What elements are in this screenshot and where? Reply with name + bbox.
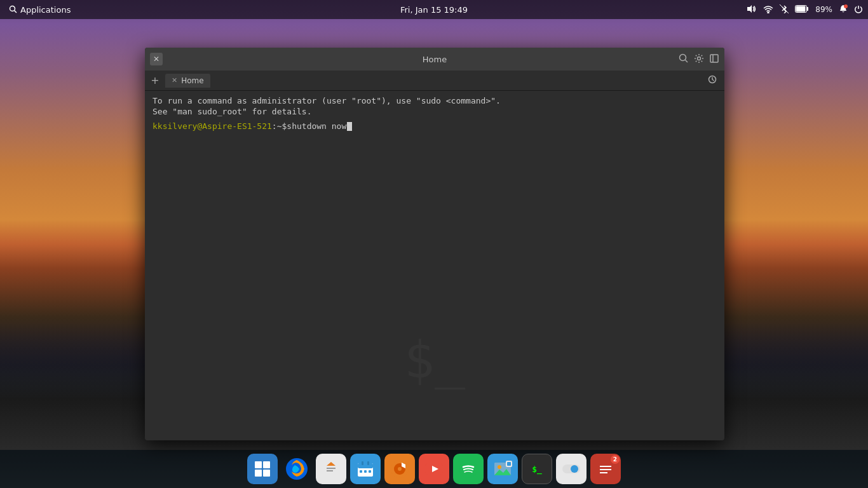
settings-icon	[562, 459, 581, 478]
svg-marker-2	[747, 5, 752, 13]
terminal-close-button[interactable]: ✕	[150, 53, 163, 65]
dock-item-photos[interactable]	[487, 454, 518, 484]
terminal-watermark: $_	[404, 330, 465, 390]
power-icon[interactable]	[854, 4, 863, 15]
dock-item-youtube[interactable]	[419, 454, 449, 484]
calendar-icon	[356, 459, 375, 478]
svg-rect-46	[600, 466, 611, 467]
svg-rect-25	[358, 463, 373, 468]
svg-rect-28	[360, 470, 362, 473]
desktop: Applications Fri, Jan 15 19:49	[0, 0, 868, 488]
tab-close-button[interactable]: ✕	[172, 76, 177, 85]
svg-rect-42	[507, 462, 511, 466]
prompt-separator: :~$	[272, 121, 287, 131]
panel-left: Applications	[5, 4, 74, 16]
terminal-maximize-icon[interactable]	[709, 53, 719, 65]
top-panel: Applications Fri, Jan 15 19:49	[0, 0, 868, 19]
taskbar: $_ 2	[0, 450, 868, 488]
svg-rect-12	[710, 55, 718, 62]
svg-point-8	[844, 4, 848, 8]
svg-rect-47	[600, 469, 611, 470]
svg-line-1	[15, 11, 17, 13]
dock-item-calendar[interactable]	[350, 454, 381, 484]
svg-rect-6	[796, 6, 806, 12]
svg-point-11	[698, 57, 701, 60]
terminal-tabs: + ✕ Home	[145, 71, 724, 91]
svg-point-33	[398, 467, 402, 471]
svg-line-10	[686, 60, 688, 62]
svg-rect-29	[364, 470, 367, 473]
applications-menu[interactable]: Applications	[5, 4, 74, 16]
photos-icon	[493, 459, 512, 478]
terminal-dock-label: $_	[532, 464, 542, 474]
tab-label: Home	[181, 76, 203, 85]
titlebar-actions	[679, 53, 719, 65]
svg-rect-18	[263, 470, 270, 477]
wifi-icon[interactable]	[763, 4, 773, 15]
svg-point-3	[768, 12, 769, 13]
dock-item-spotify[interactable]	[453, 454, 484, 484]
filemanager-icon	[322, 459, 341, 478]
terminal-content[interactable]: $_ To run a command as administrator (us…	[145, 91, 724, 440]
terminal-titlebar: ✕ Home	[145, 48, 724, 71]
terminal-title: Home	[423, 55, 447, 64]
spotify-icon	[459, 459, 478, 478]
svg-rect-23	[327, 470, 333, 471]
svg-point-44	[571, 465, 578, 473]
prompt-command: shutdown now	[287, 121, 346, 131]
panel-right: 89%	[747, 4, 863, 15]
prompt-user: kksilvery@Aspire-ES1-521	[153, 121, 272, 131]
svg-rect-16	[263, 461, 270, 468]
notification-icon[interactable]	[839, 4, 848, 15]
svg-rect-48	[600, 472, 607, 473]
terminal-prompt-line[interactable]: kksilvery@Aspire-ES1-521 :~$ shutdown no…	[153, 121, 717, 131]
svg-point-0	[10, 6, 15, 11]
new-tab-button[interactable]: +	[147, 73, 163, 88]
svg-rect-7	[807, 7, 809, 11]
svg-point-9	[680, 54, 686, 60]
dock-item-music[interactable]	[384, 454, 415, 484]
svg-rect-30	[369, 470, 371, 473]
datetime-display: Fri, Jan 15 19:49	[400, 5, 468, 15]
svg-rect-17	[255, 470, 262, 477]
dock-item-settings[interactable]	[556, 454, 587, 484]
applications-label: Applications	[20, 5, 71, 15]
terminal-info-line1: To run a command as administrator (user …	[153, 96, 717, 105]
panel-center: Fri, Jan 15 19:49	[400, 5, 468, 15]
music-icon	[390, 459, 409, 478]
terminal-info-line2: See "man sudo_root" for details.	[153, 107, 717, 116]
files-icon	[253, 459, 272, 478]
terminal-tab-home[interactable]: ✕ Home	[165, 74, 210, 88]
svg-rect-26	[362, 461, 363, 465]
search-icon	[9, 5, 18, 14]
terminal-search-icon[interactable]	[679, 53, 689, 65]
svg-rect-27	[367, 461, 369, 465]
battery-percent: 89%	[815, 5, 832, 14]
svg-rect-22	[327, 468, 336, 469]
dock-item-manager[interactable]: 2	[590, 454, 621, 484]
tab-history-button[interactable]	[703, 72, 722, 88]
bluetooth-icon[interactable]	[780, 4, 789, 15]
dock-item-firefox[interactable]	[281, 454, 312, 484]
manager-badge: 2	[611, 455, 620, 464]
svg-rect-15	[255, 461, 262, 468]
svg-point-39	[498, 465, 501, 469]
dock-item-filemanager[interactable]	[316, 454, 346, 484]
dock-item-terminal[interactable]: $_	[522, 454, 552, 484]
battery-icon	[795, 4, 809, 15]
terminal-settings-icon[interactable]	[694, 53, 704, 65]
firefox-icon	[285, 458, 308, 480]
volume-icon[interactable]	[747, 4, 757, 15]
youtube-icon	[424, 459, 444, 478]
terminal-window: ✕ Home	[145, 48, 724, 440]
terminal-cursor	[347, 122, 352, 131]
dock-item-files[interactable]	[247, 454, 278, 484]
